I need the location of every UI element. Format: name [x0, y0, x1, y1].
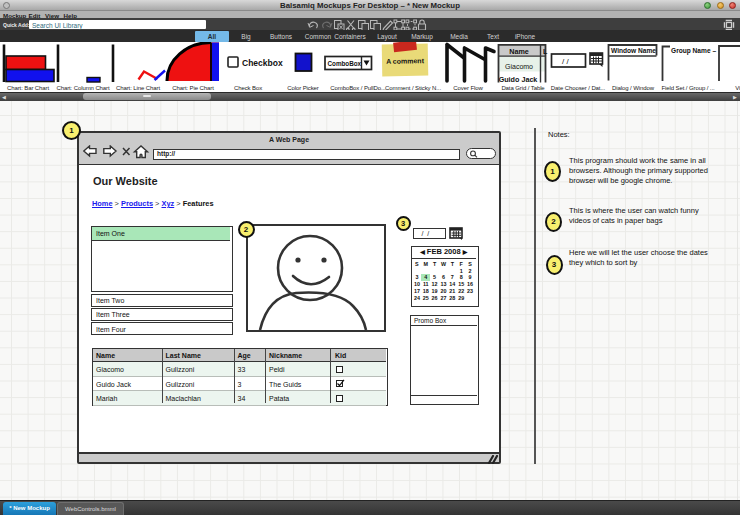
svg-text:Checkbox: Checkbox: [242, 57, 283, 67]
svg-text:ComboBox: ComboBox: [328, 59, 362, 66]
svg-text:L: L: [543, 47, 548, 56]
svg-text:Window Name: Window Name: [611, 47, 656, 54]
svg-text:Group Name –: Group Name –: [671, 46, 716, 54]
svg-text:Name: Name: [509, 47, 529, 56]
svg-text:A comment: A comment: [386, 57, 425, 65]
svg-text:Guido Jack: Guido Jack: [499, 75, 538, 84]
svg-text:/ /: / /: [562, 57, 569, 66]
svg-text:Giacomo: Giacomo: [505, 62, 533, 69]
